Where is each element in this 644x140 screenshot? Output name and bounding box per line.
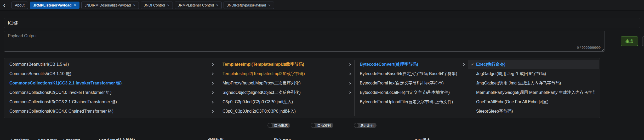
chevron-right-icon: [211, 101, 214, 103]
truncated-config-labels: ExechostJRMPHostExecportCMD(JNDI注入地址)伪装协…: [4, 138, 640, 140]
cascader-node[interactable]: OneForAllEcho(One For All Echo 回显): [468, 97, 599, 107]
tab-close-icon[interactable]: ×: [216, 3, 218, 7]
cascader-node-label: BytecodeFromHex(自定义字节码-Hex字符串): [360, 81, 464, 86]
truncated-label: JRMPHost: [37, 138, 57, 140]
tab-jndi-control[interactable]: JNDI Control×: [141, 2, 173, 9]
chevron-right-icon: [211, 91, 214, 94]
cascader-node[interactable]: JegGadget(调用 Jeg 生成回显字节码): [468, 69, 599, 78]
cut-off-button[interactable]: [642, 36, 644, 46]
cascader-node-label: Sleep(Sleep字节码): [476, 109, 595, 114]
cascader-column-2: TemplatesImpl(TemplatesImpl加载字节码)Templat…: [217, 60, 355, 116]
tab-label: JRMPListenerPayload: [33, 3, 72, 7]
toggle-switch-2[interactable]: 自动复制: [311, 123, 333, 128]
chevron-right-icon: [211, 63, 214, 66]
char-counter: 0 / 9999999999: [577, 46, 601, 50]
cascader-node-label: OneForAllEcho(One For All Echo 回显): [476, 99, 595, 105]
tab-label: JRMPListener Control: [178, 3, 214, 7]
toggle-switch-3[interactable]: 展开所有: [354, 123, 377, 128]
options-switch-row: 自动生成自动复制展开所有: [4, 123, 640, 128]
cascader-node-label: BytecodeFromLocalFile(自定义字节码-本地文件): [360, 90, 464, 95]
cascader-node[interactable]: BytecodeFromBase64(自定义字节码-Base64字符串): [355, 69, 468, 78]
cascader-node[interactable]: CommonsBeanutils4(CB 1.5 链): [4, 60, 217, 69]
switch-label: 自动生成: [274, 123, 288, 128]
cascader-node-label: CommonsCollectionsK2(CC4.0 InvokerTransf…: [9, 90, 209, 95]
tab-jndirefbypasspayload[interactable]: JNDIRefBypassPayload×: [224, 2, 274, 9]
cascader-node[interactable]: MemShellPartyGadget(调用 MemShellParty 生成注…: [468, 88, 599, 97]
tab-strip: AboutJRMPListenerPayload×JNDIRMIDeserial…: [12, 2, 274, 9]
cascader-node-label: BytecodeFromBase64(自定义字节码-Base64字符串): [360, 71, 464, 77]
cascader-node-label: C3p0_C3p0Jndi(C3p0:C3P0 jndi注入): [223, 99, 351, 105]
truncated-label: JNDI版本: [414, 138, 430, 140]
progress-indicator: [84, 2, 111, 2]
cascader-node[interactable]: C3p0_C3p0Jndi(C3p0:C3P0 jndi注入): [217, 97, 354, 107]
cascader-node-label: SignedObject(SignedObject二次反序列化): [223, 90, 346, 95]
payload-page: 0 / 9999999999 生成 CommonsBeanutils4(CB 1…: [0, 18, 644, 140]
payload-output-wrap: 0 / 9999999999: [4, 31, 605, 52]
chevron-right-icon: [211, 72, 214, 75]
tab-jrmplistenerpayload[interactable]: JRMPListenerPayload×: [30, 2, 79, 9]
cascader-node[interactable]: C3p0_C3p0Jndi2(C3P0:C3P0 jndi注入): [217, 107, 354, 116]
cascader-node[interactable]: TemplatesImpl(TemplatesImpl加载字节码): [217, 60, 354, 69]
tab-about[interactable]: About: [12, 2, 28, 9]
chevron-right-icon: [349, 72, 351, 75]
cascader-node-label: TemplatesImpl2(TemplatesImpl2加载字节码): [223, 71, 346, 77]
cascader-node[interactable]: CommonsBeanutils5(CB 1.10 链): [4, 69, 217, 78]
cascader-node-label: BytecodeFromUploadFile(自定义字节码-上传文件): [360, 99, 464, 105]
generate-button[interactable]: 生成: [621, 36, 638, 46]
tab-jrmplistener-control[interactable]: JRMPListener Control×: [175, 2, 222, 9]
cascader-column-3: BytecodeConvert(处理字节码)BytecodeFromBase64…: [355, 60, 468, 116]
cascader-node[interactable]: SignedObject(SignedObject二次反序列化): [217, 88, 354, 97]
cascader-node[interactable]: ✓Exec(执行命令): [468, 60, 599, 69]
switch-label: 自动复制: [317, 123, 331, 128]
cascader-column-4: ✓Exec(执行命令)JegGadget(调用 Jeg 生成回显字节码)JmgG…: [468, 60, 599, 116]
cascader-node[interactable]: BytecodeConvert(处理字节码): [355, 60, 468, 69]
cascader-node[interactable]: BytecodeFromUploadFile(自定义字节码-上传文件): [355, 97, 468, 107]
cascader-node[interactable]: TemplatesImpl2(TemplatesImpl2加载字节码): [217, 69, 354, 78]
switch-knob: [311, 123, 315, 127]
cascader-node[interactable]: BytecodeFromLocalFile(自定义字节码-本地文件): [355, 88, 468, 97]
cascader-node[interactable]: CommonsCollectionsK3(CC3.2.1 ChainedTran…: [4, 97, 217, 107]
cascader-node-label: JegGadget(调用 Jeg 生成回显字节码): [476, 71, 595, 77]
cascader-node[interactable]: MapProxy(hutool.MapProxy二次反序列化): [217, 78, 354, 88]
output-row: 0 / 9999999999 生成: [4, 31, 640, 52]
chain-name-input[interactable]: [4, 18, 640, 28]
tab-bar: ‹ AboutJRMPListenerPayload×JNDIRMIDeseri…: [0, 0, 644, 11]
cascader-node-label: CommonsCollectionsK3(CC3.2.1 ChainedTran…: [9, 99, 209, 105]
truncated-label: CMD(JNDI注入地址): [99, 138, 135, 140]
back-chevron-icon[interactable]: ‹: [3, 2, 5, 8]
cascader-node[interactable]: CommonsCollectionsK1(CC3.2.1 InvokerTran…: [4, 78, 217, 88]
cascader-node-label: MemShellPartyGadget(调用 MemShellParty 生成注…: [476, 90, 595, 95]
tab-close-icon[interactable]: ×: [269, 3, 271, 7]
switch-label: 展开所有: [360, 123, 374, 128]
tab-label: JNDI Control: [144, 3, 165, 7]
tab-close-icon[interactable]: ×: [133, 3, 135, 7]
payload-output-textarea[interactable]: [4, 31, 605, 52]
cascader-node[interactable]: BytecodeFromHex(自定义字节码-Hex字符串): [355, 78, 468, 88]
cascader-node-label: Exec(执行命令): [476, 62, 595, 67]
tab-close-icon[interactable]: ×: [74, 3, 76, 7]
cascader-node-label: MapProxy(hutool.MapProxy二次反序列化): [223, 81, 346, 86]
cascader-node[interactable]: CommonsCollectionsK2(CC4.0 InvokerTransf…: [4, 88, 217, 97]
chevron-right-icon: [349, 91, 351, 94]
cascader-node-label: C3p0_C3p0Jndi2(C3P0:C3P0 jndi注入): [223, 109, 351, 114]
tab-jndirmideserializepayload[interactable]: JNDIRMIDeserializePayload×: [81, 2, 139, 9]
cascader-node-label: CommonsBeanutils5(CB 1.10 链): [9, 71, 209, 77]
truncated-label: Execport: [63, 138, 80, 140]
toggle-switch-1[interactable]: 自动生成: [267, 123, 290, 128]
switch-knob: [354, 123, 358, 127]
section-divider: [4, 134, 640, 134]
tab-close-icon[interactable]: ×: [167, 3, 169, 7]
chevron-right-icon: [349, 63, 351, 66]
cascader-node-label: BytecodeConvert(处理字节码): [360, 62, 460, 67]
tab-label: About: [15, 3, 25, 7]
check-icon: ✓: [471, 62, 474, 66]
cascader-node[interactable]: JmgGadget(调用 Jmg 生成注入内存马字节码): [468, 78, 599, 88]
cascader-node-label: CommonsCollectionsK4(CC4.0 ChainedTransf…: [9, 109, 209, 114]
cascader-node-label: JmgGadget(调用 Jmg 生成注入内存马字节码): [476, 81, 595, 86]
cascader-node[interactable]: Sleep(Sleep字节码): [468, 107, 599, 116]
truncated-label: 独立JNDI: [274, 138, 291, 140]
chevron-right-icon: [211, 110, 214, 113]
gadget-chain-cascader: CommonsBeanutils4(CB 1.5 链)CommonsBeanut…: [4, 58, 600, 118]
cascader-node[interactable]: CommonsCollectionsK4(CC4.0 ChainedTransf…: [4, 107, 217, 116]
chevron-right-icon: [211, 82, 214, 84]
